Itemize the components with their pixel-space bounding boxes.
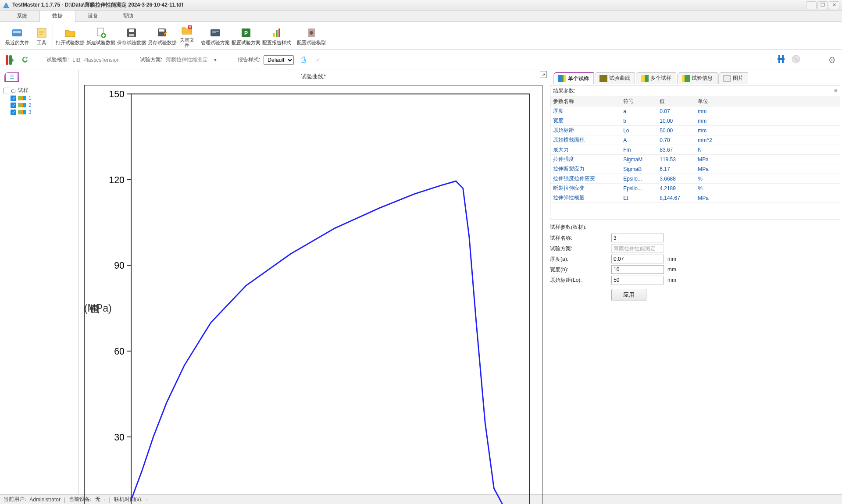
menu-help[interactable]: 帮助 [111,11,146,21]
svg-rect-17 [273,33,275,37]
specimen-panel-tab[interactable]: ☰ [4,72,19,82]
tree-root-checkbox[interactable] [4,88,9,93]
width-input[interactable] [611,265,664,274]
saveas-data-button[interactable]: 另存试验数据 [147,23,178,49]
menu-data[interactable]: 数据 [39,10,75,22]
close-file-button[interactable]: 关闭文件 [178,23,196,49]
svg-rect-60 [685,75,690,82]
new-data-button[interactable]: 新建试验数据 [86,23,116,49]
svg-rect-59 [682,75,685,82]
title-bar: TestMaster 1.1.7.75 - D:\Data\薄膜拉伸性能测定 2… [0,0,842,11]
col-symbol[interactable]: 符号 [621,97,657,106]
gauge-label: 原始标距(Lo): [550,277,611,284]
stop-button[interactable] [790,54,802,66]
close-button[interactable]: ✕ [829,1,839,9]
svg-text:150: 150 [109,89,124,99]
tools-icon [36,27,48,39]
tree-item[interactable]: ✓2 [11,102,75,108]
scheme-label: 试验方案: [140,56,162,64]
table-row[interactable]: 拉伸断裂应力SigmaB6.17MPa [550,164,840,174]
new-file-icon [95,27,107,39]
tab-curve[interactable]: 试验曲线 [595,72,635,84]
report-select[interactable]: Default [264,55,294,65]
refresh-icon [21,55,29,65]
tree-item[interactable]: ✓3 [11,109,75,115]
table-row[interactable]: 原始横截面积A0.70mm^2 [550,135,840,145]
check-button[interactable]: ✔ [312,54,324,66]
col-value[interactable]: 值 [657,97,695,106]
close-file-icon [181,24,193,36]
config-report-button[interactable]: 配置报告样式 [261,23,292,49]
svg-rect-8 [129,34,134,36]
table-row[interactable]: 厚度a0.07mm [550,106,840,116]
svg-text:90: 90 [114,260,125,271]
svg-rect-10 [159,29,164,32]
table-row[interactable]: 拉伸强度拉伸应变Epsilo...3.6688% [550,174,840,184]
svg-rect-18 [276,30,278,37]
tree-item-label: 3 [29,109,32,115]
refresh-button[interactable] [19,54,31,66]
sample-params-header: 试样参数(板材): [550,224,840,231]
thickness-unit: mm [667,256,676,262]
config-scheme-button[interactable]: P 配置试验方案 [231,23,261,49]
table-row[interactable]: 最大力Fm83.67N [550,145,840,155]
svg-rect-58 [645,75,649,82]
device-button[interactable] [775,54,787,66]
status-user-value: Administrator [29,497,61,503]
menu-device[interactable]: 设备 [75,11,111,21]
svg-rect-57 [641,75,645,82]
table-row[interactable]: 拉伸弹性模量Et8,144.67MPa [550,193,840,203]
tree-item[interactable]: ✓1 [11,95,75,101]
svg-rect-1 [13,31,21,32]
sample-name-input[interactable] [611,234,664,242]
chart-expand-button[interactable]: ↗ [540,71,547,78]
separator [53,25,53,47]
saveas-icon [156,27,168,39]
results-table: 参数名称 符号 值 单位 厚度a0.07mm宽度b10.00mm原始标距Lo50… [550,97,840,203]
config-model-button[interactable]: 配置试验模型 [296,23,327,49]
add-specimen-button[interactable]: + [4,54,16,66]
save-data-button[interactable]: 保存试验数据 [116,23,147,49]
image-tab-icon [723,75,731,82]
tab-info[interactable]: 试验信息 [677,72,717,84]
table-row[interactable]: 原始标距Lo50.00mm [550,126,840,135]
menu-system[interactable]: 系统 [4,11,39,21]
chart-panel: ↗ 试验曲线* 03060901201500.00000.00900.01800… [79,70,548,494]
results-menu-button[interactable]: ≡ [834,87,837,95]
gauge-input[interactable] [611,276,664,284]
tree-item-checkbox[interactable]: ✓ [11,110,16,115]
stop-icon [791,54,801,65]
table-row[interactable]: 断裂拉伸应变Epsilo...4.2189% [550,184,840,193]
minimize-button[interactable]: — [806,1,817,9]
scheme-dropdown[interactable]: ▼ [213,57,218,62]
manage-scheme-button[interactable]: 管理试验方案 [200,23,231,49]
apply-button[interactable]: 应用 [611,289,646,301]
tree-root[interactable]: 🗀 试样 [4,87,75,94]
svg-rect-2 [13,32,21,33]
maximize-button[interactable]: ❐ [817,1,828,9]
open-data-button[interactable]: 打开试验数据 [55,23,86,49]
recent-files-button[interactable]: 最近的文件 [2,23,32,49]
col-unit[interactable]: 单位 [695,97,724,106]
tab-multi[interactable]: 多个试样 [636,72,676,84]
tab-image[interactable]: 图片 [718,72,748,84]
chart-area[interactable]: 03060901201500.00000.00900.01800.02700.0… [84,85,542,504]
tree-item-label: 2 [29,102,32,108]
thickness-input[interactable] [611,255,664,263]
tools-button[interactable]: 工具 [32,23,51,49]
tree-item-checkbox[interactable]: ✓ [11,96,16,101]
results-panel: 单个试样 试验曲线 多个试样 试验信息 图片 结果参数: ≡ [548,70,842,494]
col-name[interactable]: 参数名称 [550,97,621,106]
print-button[interactable]: ⎙ [297,54,309,66]
table-row[interactable]: 宽度b10.00mm [550,116,840,126]
gauge-unit: mm [667,277,676,283]
tab-single[interactable]: 单个试样 [553,72,594,84]
svg-text:120: 120 [109,175,124,185]
settings-button[interactable]: ⚙ [826,54,838,66]
tree-item-checkbox[interactable]: ✓ [11,103,16,108]
tree-root-label: 试样 [18,87,29,94]
table-row[interactable]: 拉伸强度SigmaM119.53MPa [550,155,840,164]
curve-tab-icon [599,75,607,82]
svg-point-21 [310,31,313,35]
specimen-panel: ☰ 🗀 试样 ✓1✓2✓3 [0,70,79,494]
